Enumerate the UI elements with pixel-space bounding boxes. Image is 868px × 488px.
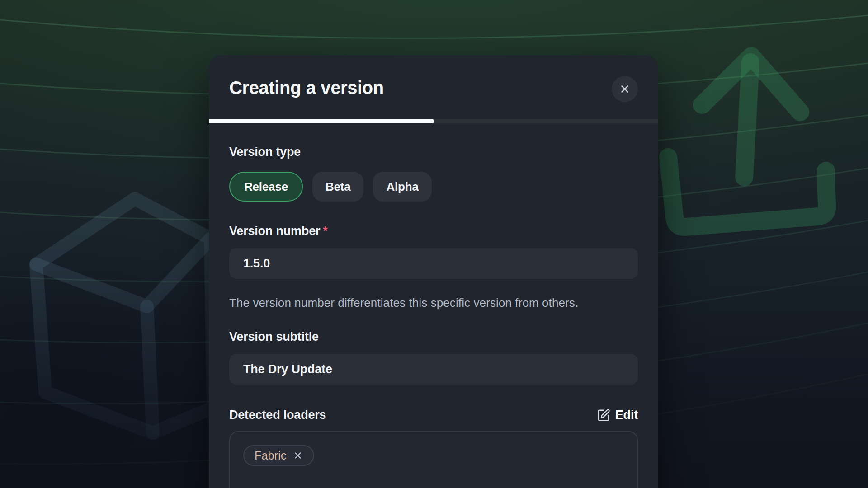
required-asterisk: * xyxy=(323,224,327,238)
version-number-label: Version number* xyxy=(229,224,638,239)
version-subtitle-label: Version subtitle xyxy=(229,329,638,344)
x-icon xyxy=(293,450,303,460)
create-version-dialog: Creating a version Version type Release … xyxy=(209,55,658,488)
detected-loaders-box: Fabric xyxy=(229,431,638,488)
edit-loaders-button[interactable]: Edit xyxy=(597,408,638,422)
progress-fill xyxy=(209,119,434,123)
close-button[interactable] xyxy=(612,76,638,102)
dialog-header: Creating a version xyxy=(209,55,658,123)
square-pen-icon xyxy=(597,408,610,422)
version-number-help-text: The version number differentiates this s… xyxy=(229,293,627,313)
version-type-option-alpha[interactable]: Alpha xyxy=(373,172,431,202)
version-type-option-beta[interactable]: Beta xyxy=(312,172,364,202)
version-subtitle-input[interactable] xyxy=(229,354,638,385)
close-icon xyxy=(618,82,632,96)
version-type-option-release[interactable]: Release xyxy=(229,172,303,202)
version-type-options: Release Beta Alpha xyxy=(229,172,638,202)
version-number-input[interactable] xyxy=(229,248,638,279)
dialog-body: Version type Release Beta Alpha Version … xyxy=(209,145,658,488)
progress-bar xyxy=(209,119,658,123)
detected-loaders-row: Detected loaders Edit xyxy=(229,408,638,422)
edit-label: Edit xyxy=(615,408,638,422)
version-type-label: Version type xyxy=(229,145,638,160)
detected-loaders-label: Detected loaders xyxy=(229,408,326,422)
dialog-title: Creating a version xyxy=(229,77,384,99)
loader-chip-fabric: Fabric xyxy=(243,445,314,466)
loader-chip-label: Fabric xyxy=(255,449,287,462)
loader-chip-remove-button[interactable] xyxy=(293,450,303,460)
screen-background: Creating a version Version type Release … xyxy=(0,0,868,488)
